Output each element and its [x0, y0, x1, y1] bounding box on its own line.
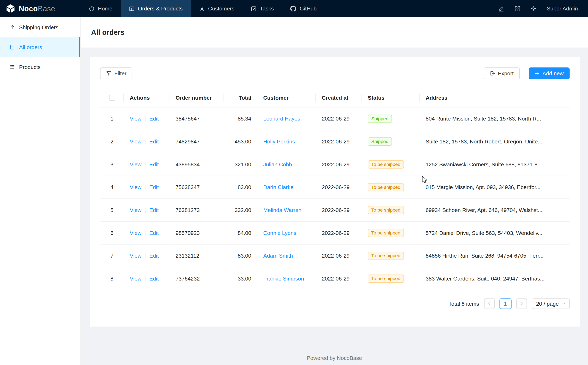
sidebar-item-products[interactable]: Products	[0, 57, 80, 77]
view-link[interactable]: View	[130, 230, 141, 236]
user-menu[interactable]: Super Admin	[547, 6, 578, 11]
address-cell: 1252 Swaniawski Corners, Suite 688, 8137…	[420, 153, 554, 176]
action-divider	[145, 207, 146, 213]
brand-name: NocoBase	[19, 4, 55, 13]
app-viewport: NocoBase Home Orders & Products	[0, 0, 588, 365]
select-all-checkbox[interactable]	[109, 95, 115, 101]
page-size-select[interactable]: 20 / page	[532, 298, 570, 309]
pagination-prev-button[interactable]	[484, 298, 494, 309]
orders-products-icon	[129, 6, 134, 11]
row-number: 8	[110, 275, 114, 281]
status-cell: To be shipped	[362, 221, 420, 244]
action-divider	[145, 162, 146, 167]
add-new-button[interactable]: Add new	[529, 67, 570, 79]
status-badge: To be shipped	[368, 160, 404, 168]
customer-link[interactable]: Frankie Simpson	[263, 275, 304, 281]
export-button[interactable]: Export	[484, 67, 520, 79]
sidebar-item-all-orders[interactable]: All orders	[0, 37, 80, 57]
nav-item-tasks[interactable]: Tasks	[243, 0, 282, 17]
main-menu: Home Orders & Products Customers	[81, 0, 325, 17]
customer-link[interactable]: Connie Lyons	[263, 230, 296, 236]
customer-link[interactable]: Leonard Hayes	[263, 116, 300, 121]
sidebar-item-shipping-orders[interactable]: Shipping Orders	[0, 17, 80, 37]
view-link[interactable]: View	[130, 253, 141, 259]
created-at-cell: 2022-06-29	[316, 175, 362, 198]
pagination-total: Total 8 items	[449, 301, 479, 307]
table-row: 8 ViewEdit 73764232 33.00 Frankie Simpso…	[100, 267, 570, 290]
spacer-cell	[554, 107, 570, 130]
pagination-page-1[interactable]: 1	[499, 298, 511, 309]
view-link[interactable]: View	[130, 116, 141, 121]
footer-text: Powered by NocoBase	[81, 355, 588, 361]
created-at-cell: 2022-06-29	[316, 267, 362, 290]
customer-link[interactable]: Darin Clarke	[263, 184, 294, 190]
edit-link[interactable]: Edit	[149, 230, 159, 236]
export-button-label: Export	[498, 70, 514, 76]
total-cell: 83.00	[224, 175, 257, 198]
created-at-cell: 2022-06-29	[316, 244, 362, 267]
view-link[interactable]: View	[130, 161, 141, 167]
view-link[interactable]: View	[130, 275, 141, 281]
status-badge: To be shipped	[368, 206, 404, 214]
filter-button[interactable]: Filter	[100, 67, 132, 79]
address-cell: 84856 Hirthe Run, Suite 268, 94754-6705,…	[420, 244, 554, 267]
row-number: 4	[110, 184, 114, 190]
settings-gear-icon[interactable]	[531, 6, 537, 11]
actions-cell: ViewEdit	[124, 107, 169, 130]
customer-cell: Holly Perkins	[257, 130, 316, 153]
edit-link[interactable]: Edit	[149, 253, 159, 259]
status-cell: To be shipped	[362, 267, 420, 290]
page-title: All orders	[91, 28, 124, 36]
customer-link[interactable]: Adam Smith	[263, 253, 293, 259]
brand[interactable]: NocoBase	[0, 0, 81, 17]
edit-link[interactable]: Edit	[149, 116, 159, 121]
total-cell: 84.00	[224, 221, 257, 244]
nav-item-orders-products[interactable]: Orders & Products	[121, 0, 191, 17]
sidebar: Shipping Orders All orders Products	[0, 17, 81, 365]
plugin-manager-grid-icon[interactable]	[515, 6, 520, 11]
view-link[interactable]: View	[130, 207, 141, 213]
row-index-cell: 7	[100, 244, 124, 267]
status-cell: To be shipped	[362, 198, 420, 221]
customer-link[interactable]: Julian Cobb	[263, 161, 292, 167]
row-number: 2	[110, 138, 114, 144]
nav-item-label: Tasks	[260, 6, 274, 11]
address-cell: 015 Margie Mission, Apt. 093, 34936, Ebe…	[420, 175, 554, 198]
order-number-cell: 43895834	[169, 153, 224, 176]
filter-funnel-icon	[106, 71, 111, 76]
row-number: 6	[110, 230, 114, 236]
address-cell: 383 Walter Gardens, Suite 040, 24947, Be…	[420, 267, 554, 290]
export-icon	[490, 71, 495, 76]
order-number-cell: 23132112	[169, 244, 224, 267]
actions-cell: ViewEdit	[124, 153, 169, 176]
status-cell: Shipped	[362, 130, 420, 153]
nav-item-github[interactable]: GitHub	[282, 0, 325, 17]
edit-link[interactable]: Edit	[149, 184, 159, 190]
customer-cell: Julian Cobb	[257, 153, 316, 176]
add-new-button-label: Add new	[543, 70, 564, 76]
pagination-next-button[interactable]	[516, 298, 527, 309]
nav-item-home[interactable]: Home	[81, 0, 121, 17]
edit-link[interactable]: Edit	[149, 161, 159, 167]
spacer-cell	[554, 153, 570, 176]
customer-cell: Melinda Warren	[257, 198, 316, 221]
ui-editor-highlight-icon[interactable]	[499, 6, 504, 11]
action-divider	[145, 230, 146, 236]
table-row: 4 ViewEdit 75638347 83.00 Darin Clarke 2…	[100, 175, 570, 198]
view-link[interactable]: View	[130, 184, 141, 190]
header-total: Total	[224, 88, 257, 107]
status-cell: To be shipped	[362, 175, 420, 198]
edit-link[interactable]: Edit	[149, 138, 159, 144]
edit-link[interactable]: Edit	[149, 275, 159, 281]
row-index-cell: 8	[100, 267, 124, 290]
address-cell: 804 Runte Mission, Suite 182, 15783, Nor…	[420, 107, 554, 130]
status-badge: To be shipped	[368, 274, 404, 282]
nav-item-customers[interactable]: Customers	[191, 0, 243, 17]
action-divider	[145, 184, 146, 190]
table-row: 3 ViewEdit 43895834 321.00 Julian Cobb 2…	[100, 153, 570, 176]
customer-link[interactable]: Holly Perkins	[263, 138, 295, 144]
customer-link[interactable]: Melinda Warren	[263, 207, 301, 213]
edit-link[interactable]: Edit	[149, 207, 159, 213]
order-number-cell: 98570923	[169, 221, 224, 244]
view-link[interactable]: View	[130, 138, 141, 144]
